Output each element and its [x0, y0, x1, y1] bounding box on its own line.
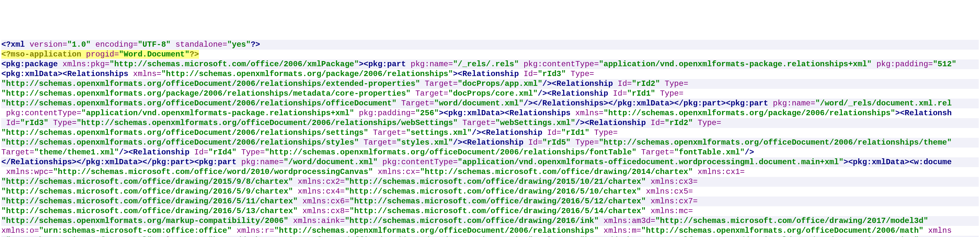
- tok-5-4: pkg:padding=: [359, 109, 415, 118]
- xml-line: Target="theme/theme1.xml"/><Relationship…: [1, 148, 979, 157]
- tok-1-4: ><Relationship: [453, 70, 519, 78]
- tok-2-4: /><Relationship: [542, 80, 613, 88]
- xml-line: "http://schemas.microsoft.com/office/dra…: [1, 206, 979, 216]
- tok-13-2: xmlns:cx4=: [298, 187, 345, 196]
- xml-line: <pkg:package xmlns:pkg="http://schemas.m…: [1, 59, 979, 69]
- tok-8-7: "rId5": [542, 138, 570, 147]
- tok-6-14: Type=: [698, 119, 721, 127]
- tok-5-10: ><Relationsh: [895, 109, 951, 118]
- attr-val-0: "1.0": [67, 40, 91, 49]
- tok-6-4: Type=: [53, 119, 76, 127]
- xml-line: <pkg:xmlData><Relationships xmlns="http:…: [1, 69, 979, 79]
- tok-9-12: />: [745, 148, 754, 157]
- tok-3-0: "http://schemas.openxmlformats.org/packa…: [1, 89, 410, 98]
- tok-2-0: "http://schemas.openxmlformats.org/offic…: [1, 80, 420, 88]
- tok-3-9: Type=: [660, 89, 683, 98]
- xml-line: </Relationships></pkg:xmlData></pkg:part…: [1, 157, 979, 167]
- xml-line: Id="rId3" Type="http://schemas.openxmlfo…: [1, 118, 979, 128]
- tok-11-2: "http://schemas.microsoft.com/office/wor…: [53, 167, 373, 176]
- tok-12-3: "http://schemas.microsoft.com/office/dra…: [345, 177, 646, 186]
- xml-line: xmlns:wpc="http://schemas.microsoft.com/…: [1, 167, 979, 177]
- tok-7-9: Type=: [594, 128, 618, 137]
- tok-4-2: Target=: [401, 99, 434, 108]
- tok-0-13: "512": [933, 60, 956, 68]
- tok-11-1: xmlns:wpc=: [6, 167, 53, 176]
- tok-6-2: "rId3": [20, 119, 48, 127]
- tok-6-7: Target=: [462, 119, 495, 127]
- tok-5-5: "256": [415, 109, 439, 118]
- tok-2-9: Type=: [665, 80, 688, 88]
- tok-1-6: Id=: [523, 70, 538, 78]
- attr-val-0: "Word.Document": [119, 50, 189, 59]
- tok-5-6: ><pkg:xmlData><Relationships: [439, 109, 570, 118]
- mso-application-pi-line: <?mso-application progid="Word.Document"…: [1, 49, 979, 59]
- xml-line: ="urn:schemas-microsoft-com:vml" xmlns:w…: [1, 236, 979, 237]
- tok-10-2: pkg:name=: [242, 157, 284, 167]
- tok-0-2: xmlns:pkg=: [62, 60, 110, 68]
- tok-8-2: Target=: [364, 138, 396, 147]
- tok-7-2: Target=: [373, 128, 406, 137]
- pi-name: mso-application: [11, 50, 81, 59]
- tok-2-2: Target=: [425, 80, 458, 88]
- tok-4-6: pkg:name=: [773, 99, 815, 108]
- tok-17-9: xmlns: [928, 226, 951, 235]
- tok-1-3: "http://schemas.openxmlformats.org/packa…: [161, 70, 453, 78]
- tok-3-3: "docProps/core.xml": [448, 89, 538, 98]
- tok-5-9: "http://schemas.openxmlformats.org/packa…: [604, 109, 896, 118]
- tok-17-6: xmlns:m=: [604, 226, 641, 235]
- tok-7-0: "http://schemas.openxmlformats.org/offic…: [1, 128, 368, 137]
- tok-11-7: xmlns:cx1=: [698, 167, 745, 176]
- tok-14-3: "http://schemas.microsoft.com/office/dra…: [350, 197, 646, 206]
- attr-name-0: version=: [29, 40, 67, 49]
- tok-7-6: Id=: [547, 128, 561, 137]
- tok-7-4: /><Relationship: [472, 128, 542, 137]
- tok-5-2: "application/vnd.openxmlformats-package.…: [81, 109, 354, 118]
- tok-0-6: pkg:name=: [410, 60, 453, 68]
- tok-15-5: xmlns:mc=: [651, 207, 693, 215]
- tok-10-7: ><pkg:xmlData><w:docume: [843, 157, 951, 167]
- tok-13-3: "http://schemas.microsoft.com/office/dra…: [345, 187, 641, 196]
- tok-9-5: "rId4": [208, 148, 237, 157]
- xml-line: "http://schemas.microsoft.com/office/dra…: [1, 197, 979, 206]
- tok-11-5: "http://schemas.microsoft.com/office/dra…: [420, 167, 693, 176]
- tok-1-2: xmlns=: [133, 70, 161, 78]
- xml-line: "http://schemas.openxmlformats.org/offic…: [1, 79, 979, 89]
- tok-17-3: xmlns:r=: [237, 226, 274, 235]
- attr-name-0: progid=: [86, 50, 119, 59]
- tok-16-0: "http://schemas.openxmlformats.org/marku…: [1, 216, 288, 225]
- tok-4-7: "/word/_rels/document.xml.rel: [815, 99, 952, 108]
- pi-close: ?>: [251, 40, 260, 49]
- tok-8-9: Type=: [575, 138, 599, 147]
- pi-close: ?>: [189, 50, 199, 59]
- tok-6-1: Id=: [6, 119, 20, 127]
- tok-16-3: "http://schemas.microsoft.com/office/dra…: [345, 216, 599, 225]
- tok-17-4: "http://schemas.openxmlformats.org/offic…: [274, 226, 599, 235]
- tok-6-12: "rId2": [665, 119, 693, 127]
- tok-3-4: /><Relationship: [538, 89, 608, 98]
- tok-14-2: xmlns:cx6=: [302, 197, 350, 206]
- tok-17-0: xmlns:o=: [1, 226, 39, 235]
- tok-3-6: Id=: [613, 89, 627, 98]
- tok-15-3: "http://schemas.microsoft.com/office/dra…: [350, 207, 646, 215]
- xml-line: "http://schemas.openxmlformats.org/offic…: [1, 128, 979, 138]
- tok-12-0: "http://schemas.microsoft.com/office/dra…: [1, 177, 293, 186]
- tok-9-2: /><Relationship: [119, 148, 189, 157]
- tok-4-4: /></Relationships></pkg:xmlData></pkg:pa…: [523, 99, 768, 108]
- pi-name: xml: [11, 40, 25, 49]
- tok-0-10: "application/vnd.openxmlformats-package.…: [599, 60, 872, 68]
- tok-9-11: "fontTable.xml": [674, 148, 745, 157]
- tok-9-4: Id=: [194, 148, 208, 157]
- highlighted-region: <?mso-application progid="Word.Document"…: [1, 50, 199, 59]
- xml-line: "http://schemas.microsoft.com/office/dra…: [1, 187, 979, 197]
- tok-0-4: ><pkg:part: [359, 60, 406, 68]
- tok-9-8: "http://schemas.openxmlformats.org/offic…: [265, 148, 637, 157]
- tok-14-5: xmlns:cx7=: [651, 197, 698, 206]
- xml-source-view[interactable]: <?xml version="1.0" encoding="UTF-8" sta…: [1, 40, 979, 237]
- tok-15-2: xmlns:cx8=: [302, 207, 350, 215]
- tok-13-5: xmlns:cx5=: [646, 187, 693, 196]
- tok-5-8: xmlns=: [575, 109, 603, 118]
- tok-15-0: "http://schemas.microsoft.com/office/dra…: [1, 207, 298, 215]
- tok-1-0: <pkg:xmlData><Relationships: [1, 70, 128, 78]
- xml-declaration-line: <?xml version="1.0" encoding="UTF-8" sta…: [1, 40, 979, 49]
- tok-12-2: xmlns:cx2=: [298, 177, 345, 186]
